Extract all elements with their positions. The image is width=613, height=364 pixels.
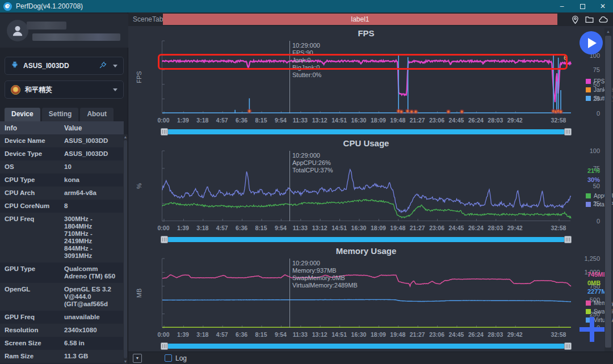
x-tick-label: 3:18 bbox=[196, 225, 208, 231]
y-tick-label: 75 bbox=[574, 66, 604, 73]
game-app-icon bbox=[11, 85, 20, 95]
table-row[interactable]: Device TypeASUS_I003DD bbox=[0, 147, 124, 160]
y-tick-label: 50 bbox=[574, 183, 604, 189]
table-row[interactable]: Resolution2340x1080 bbox=[0, 324, 124, 337]
series-virtualmemory bbox=[162, 299, 571, 302]
legend-swatch bbox=[586, 309, 591, 314]
slider-track[interactable] bbox=[167, 344, 565, 349]
x-axis-labels: 0:001:393:184:576:368:159:5411:3313:1214… bbox=[162, 331, 570, 338]
legend-swatch bbox=[586, 202, 591, 207]
folder-icon[interactable] bbox=[585, 15, 594, 24]
slider-handle-left[interactable] bbox=[161, 342, 168, 350]
user-avatar bbox=[7, 20, 28, 41]
main-scrollbar-thumb[interactable] bbox=[605, 36, 611, 348]
y-axis-label: % bbox=[136, 183, 142, 189]
x-tick-label: 28:03 bbox=[488, 225, 503, 231]
device-dropdown-caret-icon[interactable] bbox=[113, 65, 117, 67]
expander-button[interactable]: ▼ bbox=[133, 354, 142, 363]
cloud-icon[interactable] bbox=[598, 15, 608, 24]
table-row[interactable]: CPU Archarm64-v8a bbox=[0, 187, 124, 200]
table-row[interactable]: Device NameASUS_I003DD bbox=[0, 134, 124, 147]
x-tick-label: 0:00 bbox=[157, 117, 169, 124]
plot-area[interactable] bbox=[162, 151, 570, 221]
scene-tab-label: SceneTab bbox=[133, 15, 163, 23]
chart-title: Memory Usage bbox=[162, 246, 570, 256]
app-dropdown-caret-icon[interactable] bbox=[113, 88, 117, 91]
tooltip-line: 10:29:000 bbox=[292, 42, 321, 49]
log-checkbox[interactable] bbox=[165, 354, 172, 362]
user-profile-panel[interactable] bbox=[0, 14, 128, 48]
y-tick-label: 100 bbox=[574, 147, 604, 154]
add-chart-button[interactable] bbox=[580, 317, 604, 342]
scene-marker-label1[interactable]: label1 bbox=[163, 14, 557, 25]
device-selector[interactable]: ASUS_I003DD bbox=[5, 57, 124, 75]
app-selector[interactable]: 和平精英 bbox=[5, 81, 124, 99]
x-tick-label: 32:58 bbox=[551, 117, 566, 124]
table-row[interactable]: Ram Size11.3 GB bbox=[0, 350, 124, 363]
x-tick-label: 13:12 bbox=[312, 117, 328, 124]
close-button[interactable]: ✕ bbox=[593, 0, 613, 12]
x-tick-label: 19:48 bbox=[390, 225, 405, 231]
x-tick-label: 19:48 bbox=[390, 117, 405, 124]
tab-device[interactable]: Device bbox=[5, 108, 40, 121]
scroll-up-icon[interactable]: ▲ bbox=[123, 135, 128, 139]
plot-area[interactable] bbox=[162, 41, 570, 113]
tooltip-line: 10:29:000 bbox=[292, 260, 358, 267]
app-name-label: 和平精英 bbox=[25, 85, 113, 95]
x-tick-label: 32:58 bbox=[551, 331, 566, 338]
x-tick-label: 14:51 bbox=[331, 117, 347, 124]
x-tick-label: 11:33 bbox=[293, 117, 308, 124]
chart-tooltip: 10:29:000FPS:90Jank:0BigJank:0Stutter:0% bbox=[292, 42, 321, 79]
table-row[interactable]: CPU CoreNum8 bbox=[0, 200, 124, 213]
time-range-slider[interactable] bbox=[161, 342, 572, 350]
y-tick-label: 0 bbox=[574, 218, 604, 225]
x-tick-label: 0:00 bbox=[157, 225, 169, 231]
tab-about[interactable]: About bbox=[80, 108, 114, 121]
slider-handle-left[interactable] bbox=[161, 128, 168, 136]
x-tick-label: 8:15 bbox=[255, 331, 267, 338]
table-row[interactable]: GPU Frequnavailable bbox=[0, 311, 124, 324]
minimize-button[interactable]: – bbox=[552, 0, 572, 12]
user-id-redacted bbox=[32, 33, 120, 41]
info-column-header: Info bbox=[0, 124, 60, 132]
value-cell: 300MHz - 1804MHz 710MHz - 2419MHz 844MHz… bbox=[60, 213, 124, 263]
slider-handle-right[interactable] bbox=[564, 128, 572, 136]
x-tick-label: 26:24 bbox=[468, 225, 484, 231]
sidebar-scrollbar[interactable]: ▲ ▼ bbox=[123, 134, 128, 364]
table-row[interactable]: CPU Typekona bbox=[0, 173, 124, 187]
time-range-slider[interactable] bbox=[161, 128, 572, 136]
main-scrollbar[interactable]: ▲ ▼ bbox=[604, 28, 612, 356]
slider-track[interactable] bbox=[167, 129, 565, 134]
info-cell: Screen Size bbox=[0, 337, 60, 350]
table-row[interactable]: OS10 bbox=[0, 160, 124, 173]
y-axis-label: FPS bbox=[136, 71, 142, 83]
maximize-button[interactable] bbox=[572, 0, 593, 12]
sidebar-tabs: DeviceSettingAbout bbox=[5, 108, 114, 121]
play-button[interactable] bbox=[580, 31, 603, 54]
tab-setting[interactable]: Setting bbox=[42, 108, 79, 121]
slider-handle-right[interactable] bbox=[564, 236, 572, 243]
location-pin-icon[interactable] bbox=[570, 15, 580, 24]
series-fps bbox=[162, 60, 571, 102]
plot-area[interactable] bbox=[162, 259, 570, 328]
time-range-slider[interactable] bbox=[161, 236, 572, 243]
slider-track[interactable] bbox=[167, 237, 565, 242]
table-row[interactable]: Screen Size6.58 in bbox=[0, 337, 124, 350]
slider-handle-left[interactable] bbox=[161, 236, 168, 243]
cursor-line bbox=[289, 259, 290, 328]
sidebar-scrollbar-thumb[interactable] bbox=[124, 140, 127, 358]
slider-handle-right[interactable] bbox=[564, 342, 572, 350]
table-row[interactable]: GPU TypeQualcomm Adreno (TM) 650 bbox=[0, 263, 124, 283]
usb-connection-icon[interactable] bbox=[99, 61, 107, 71]
x-tick-label: 26:24 bbox=[468, 117, 484, 124]
x-tick-label: 29:42 bbox=[507, 331, 523, 338]
x-tick-label: 3:18 bbox=[196, 331, 208, 338]
x-axis-labels: 0:001:393:184:576:368:159:5411:3313:1214… bbox=[162, 117, 570, 124]
cursor-line bbox=[289, 41, 290, 113]
table-row[interactable]: CPU Freq300MHz - 1804MHz 710MHz - 2419MH… bbox=[0, 213, 124, 263]
scroll-up-icon[interactable]: ▲ bbox=[604, 29, 612, 33]
scroll-down-icon[interactable]: ▼ bbox=[123, 359, 128, 363]
x-tick-label: 18:09 bbox=[371, 331, 386, 338]
x-tick-label: 32:58 bbox=[551, 225, 566, 231]
table-row[interactable]: OpenGLOpenGL ES 3.2 V@444.0 (GIT@aaf565d bbox=[0, 283, 124, 311]
